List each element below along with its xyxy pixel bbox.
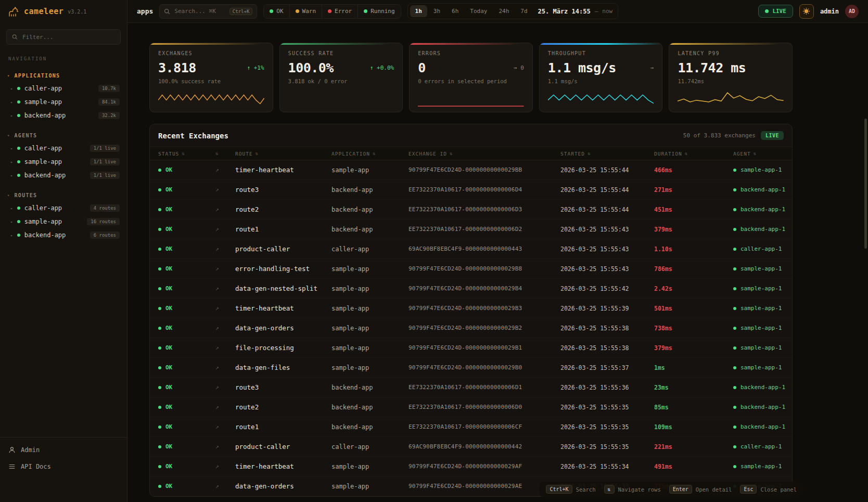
sidebar-item-label: backend-app (24, 172, 66, 179)
agent-cell: backend-app-1 (733, 404, 785, 410)
time-range-6h[interactable]: 6h (446, 5, 464, 17)
table-row[interactable]: OK↗error-handling-testsample-app90799F47… (150, 259, 792, 279)
open-arrow-icon[interactable]: ↗ (215, 443, 235, 450)
filter-chip-ok[interactable]: OK (264, 5, 289, 18)
table-row[interactable]: OK↗route3backend-appEE7322370A10617-0000… (150, 378, 792, 397)
live-toggle[interactable]: LIVE (758, 5, 793, 18)
status-cell: OK (158, 443, 215, 450)
open-arrow-icon[interactable]: ↗ (215, 305, 235, 312)
sidebar-item-backend-app[interactable]: ▸backend-app32.2k (0, 109, 127, 122)
open-arrow-icon[interactable]: ↗ (215, 384, 235, 391)
ok-dot (158, 307, 161, 310)
table-row[interactable]: OK↗product-callercaller-app69AC90BF8EBC4… (150, 239, 792, 259)
time-range-1h[interactable]: 1h (410, 5, 427, 17)
agent-label: caller-app-1 (741, 246, 782, 252)
table-row[interactable]: OK↗route3backend-appEE7322370A10617-0000… (150, 180, 792, 200)
ok-dot (158, 445, 161, 448)
sidebar-item-backend-app[interactable]: ▸backend-app1/1 live (0, 169, 127, 182)
agent-cell: sample-app-1 (733, 344, 784, 351)
table-row[interactable]: OK↗timer-heartbeatsample-app90799F47E6CD… (150, 457, 792, 477)
column-header-agent[interactable]: AGENT⇅ (733, 151, 784, 157)
stat-delta: → 0 (514, 65, 524, 71)
table-row[interactable]: OK↗product-callercaller-app69AC90BF8EBC4… (150, 437, 792, 457)
table-row[interactable]: OK↗route2backend-appEE7322370A10617-0000… (150, 397, 792, 417)
open-arrow-icon[interactable]: ↗ (215, 265, 235, 272)
table-row[interactable]: OK↗data-gen-nested-splitsample-app90799F… (150, 279, 792, 299)
table-row[interactable]: OK↗data-gen-filessample-app90799F47E6CD2… (150, 358, 792, 378)
column-header-started[interactable]: STARTED⇅ (560, 151, 654, 157)
column-label: STATUS (158, 151, 179, 157)
sidebar-item-api-docs[interactable]: API Docs (0, 458, 127, 475)
search-input[interactable] (173, 7, 226, 15)
column-header-icon[interactable]: ⇅ (215, 151, 235, 156)
filter-input[interactable] (21, 33, 115, 41)
sidebar: cameleer v3.2.1 NAVIGATION ▾APPLICATIONS… (0, 0, 127, 502)
open-arrow-icon[interactable]: ↗ (215, 463, 235, 470)
column-header-exchange-id[interactable]: EXCHANGE ID⇅ (409, 151, 560, 157)
time-range-today[interactable]: Today (465, 5, 492, 17)
time-range-24h[interactable]: 24h (493, 5, 514, 17)
open-arrow-icon[interactable]: ↗ (215, 285, 235, 292)
table-row[interactable]: OK↗timer-heartbeatsample-app90799F47E6CD… (150, 160, 792, 180)
sidebar-item-sample-app[interactable]: ▸sample-app1/1 live (0, 155, 127, 169)
filter-chip-running[interactable]: Running (358, 5, 400, 18)
time-range-7d[interactable]: 7d (515, 5, 532, 17)
sidebar-item-caller-app[interactable]: ▸caller-app10.7k (0, 82, 127, 95)
open-arrow-icon[interactable]: ↗ (215, 206, 235, 213)
open-arrow-icon[interactable]: ↗ (215, 186, 235, 193)
sort-icon: ⇅ (685, 151, 688, 156)
sidebar-item-sample-app[interactable]: ▸sample-app84.1k (0, 95, 127, 109)
sidebar-footer-label: Admin (21, 446, 40, 454)
stat-card-success-rate: SUCCESS RATE100.0%↑ +0.0%3.818 ok / 0 er… (279, 43, 403, 112)
time-range-3h[interactable]: 3h (428, 5, 445, 17)
ok-dot (158, 465, 161, 468)
table-row[interactable]: OK↗timer-heartbeatsample-app90799F47E6CD… (150, 299, 792, 318)
open-arrow-icon[interactable]: ↗ (215, 364, 235, 371)
agent-cell: sample-app-1 (733, 364, 784, 371)
agent-dot (733, 406, 736, 409)
application-cell: sample-app (331, 166, 409, 174)
sidebar-item-admin[interactable]: Admin (0, 442, 127, 458)
section-header-applications[interactable]: ▾APPLICATIONS (0, 69, 127, 82)
sidebar-item-backend-app[interactable]: ▸backend-app6 routes (0, 228, 127, 242)
live-dot (765, 9, 769, 13)
stat-card-latency-p99: LATENCY P9911.742 ms11.742ms (669, 43, 793, 112)
started-cell: 2026-03-25 15:55:35 (560, 423, 654, 431)
caret-right-icon: ▸ (10, 86, 13, 91)
open-arrow-icon[interactable]: ↗ (215, 166, 235, 173)
table-row[interactable]: OK↗route1backend-appEE7322370A10617-0000… (150, 220, 792, 239)
content: EXCHANGES3.818↑ +1%100.0% success rateSU… (127, 23, 868, 497)
exchange-id-cell: 90799F47E6CD24D-00000000000029B3 (409, 305, 560, 312)
sidebar-item-caller-app[interactable]: ▸caller-app1/1 live (0, 141, 127, 155)
table-row[interactable]: OK↗route1backend-appEE7322370A10617-0000… (150, 417, 792, 437)
open-arrow-icon[interactable]: ↗ (215, 325, 235, 331)
section-header-routes[interactable]: ▾ROUTES (0, 188, 127, 201)
filter-chip-warn[interactable]: Warn (290, 5, 323, 18)
avatar[interactable]: AD (845, 5, 859, 18)
exchange-id-cell: EE7322370A10617-00000000000006D0 (409, 404, 560, 410)
duration-cell: 85ms (654, 404, 733, 411)
agent-label: sample-app-1 (741, 265, 782, 272)
filter-chip-error[interactable]: Error (322, 5, 358, 18)
scrollbar-thumb[interactable] (864, 119, 867, 249)
nav-section-applications: ▾APPLICATIONS▸caller-app10.7k▸sample-app… (0, 69, 127, 122)
section-header-agents[interactable]: ▾AGENTS (0, 128, 127, 141)
table-row[interactable]: OK↗file-processingsample-app90799F47E6CD… (150, 338, 792, 358)
column-header-application[interactable]: APPLICATION⇅ (331, 151, 409, 157)
status-label: OK (165, 285, 172, 292)
open-arrow-icon[interactable]: ↗ (215, 423, 235, 430)
table-row[interactable]: OK↗data-gen-orderssample-app90799F47E6CD… (150, 318, 792, 338)
sidebar-item-sample-app[interactable]: ▸sample-app16 routes (0, 215, 127, 228)
table-row[interactable]: OK↗route2backend-appEE7322370A10617-0000… (150, 200, 792, 220)
theme-toggle-button[interactable] (799, 4, 814, 19)
column-header-route[interactable]: ROUTE⇅ (235, 151, 331, 157)
column-header-status[interactable]: STATUS⇅ (158, 151, 215, 157)
open-arrow-icon[interactable]: ↗ (215, 344, 235, 351)
open-arrow-icon[interactable]: ↗ (215, 246, 235, 252)
sidebar-item-caller-app[interactable]: ▸caller-app4 routes (0, 201, 127, 215)
open-arrow-icon[interactable]: ↗ (215, 483, 235, 490)
open-arrow-icon[interactable]: ↗ (215, 226, 235, 233)
open-arrow-icon[interactable]: ↗ (215, 404, 235, 410)
agent-label: sample-app-1 (741, 344, 782, 351)
column-header-duration[interactable]: DURATION⇅ (654, 151, 733, 157)
